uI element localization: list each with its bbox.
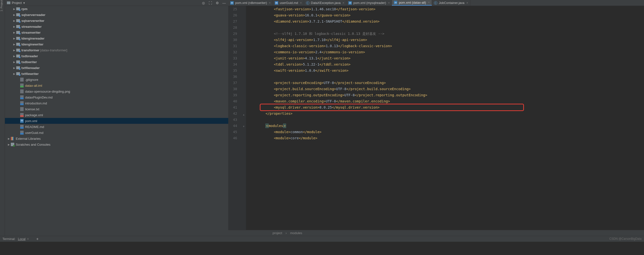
tree-file[interactable]: introduction.md [5,100,228,106]
tree-folder[interactable]: ▶tdenginereader [5,35,228,41]
gear-icon[interactable]: ⚙ [215,1,220,5]
close-icon[interactable]: × [27,237,29,241]
scratches-consoles[interactable]: ▶Scratches and Consoles [5,142,228,147]
minimize-icon[interactable]: — [222,1,226,5]
file-icon [20,89,24,93]
terminal-label[interactable]: Terminal: [2,237,16,241]
scratches-icon [11,143,14,146]
folder-icon [16,25,20,28]
tree-label: txtfilewriter [22,72,38,76]
tree-label: .gitignore [25,78,38,82]
tree-label: userGuid.md [25,131,43,135]
editor-tab[interactable]: mpom.xml (rdbmswriter)× [228,0,273,6]
left-rail-project-label[interactable]: 1: Project [0,0,3,13]
tree-file[interactable]: README.md [5,124,228,130]
tree-label: introduction.md [25,101,47,105]
tree-file[interactable]: dataxPluginDev.md [5,94,228,100]
maven-icon: m [230,1,234,5]
tree-file[interactable]: datax-opensource-dingding.png [5,88,228,94]
chevron-down-icon[interactable]: ▼ [23,1,25,4]
tree-label: license.txt [25,107,39,111]
tree-folder[interactable]: ▶tsdbwriter [5,59,228,65]
watermark: CSDN @CarsonBigData [609,237,642,241]
editor-tab[interactable]: muserGuid.md× [273,0,304,6]
close-icon[interactable]: × [388,1,390,5]
external-libraries[interactable]: ▶External Libraries [5,136,228,142]
tree-file[interactable]: datax-all.iml [5,82,228,88]
folder-icon [16,19,20,22]
tree-folder[interactable]: ▶sqlserverwriter [5,18,228,23]
tree-folder[interactable]: ▶sqlserverreader [5,12,228,18]
folder-icon [16,60,20,63]
file-icon [20,101,24,105]
library-icon [11,137,14,140]
close-icon[interactable]: × [300,1,302,5]
close-icon[interactable]: × [269,1,270,5]
tree-folder[interactable]: ▶rpm [5,6,228,12]
editor-tabs: mpom.xml (rdbmswriter)×muserGuid.md×CDat… [228,0,644,6]
editor-tab[interactable]: CJobContainer.java× [432,0,470,6]
file-icon [20,131,24,135]
folder-icon [16,31,20,34]
tree-label: package.xml [25,113,43,117]
gutter: 25 26 27 28 29 30 31 32 33 34 35 36 37 3… [228,6,242,230]
code-area[interactable]: <fastjson-version>1.1.46.sec10</fastjson… [246,6,644,230]
tree-file[interactable]: userGuid.md [5,130,228,136]
close-icon[interactable]: × [428,1,430,4]
tab-label: pom.xml (datax-all) [399,1,426,4]
folder-icon [16,72,20,75]
tree-folder[interactable]: ▶streamreader [5,23,228,29]
tree-label: README.md [25,125,44,129]
tree-file[interactable]: license.txt [5,106,228,112]
close-icon[interactable]: × [342,1,344,5]
tree-label: tsdbreader [22,54,38,58]
tree-folder[interactable]: ▶txtfilereader [5,65,228,71]
tree-label: sqlserverwriter [22,19,44,22]
folder-icon [16,54,20,57]
folder-icon [16,7,20,10]
tree-folder[interactable]: ▶streamwriter [5,29,228,35]
project-icon [7,1,10,4]
folder-icon [16,43,20,46]
tree-file[interactable]: package.xml [5,112,228,118]
add-terminal-icon[interactable]: + [36,237,38,241]
chevron-right-icon: › [286,231,286,235]
tree-label: Scratches and Consoles [16,143,50,146]
java-icon: C [434,1,437,5]
breadcrumb-item[interactable]: modules [290,231,302,235]
editor: 25 26 27 28 29 30 31 32 33 34 35 36 37 3… [228,6,644,230]
editor-tab[interactable]: mpom.xml (mysqlreader)× [346,0,392,6]
project-toolbar-label[interactable]: Project [12,1,22,5]
tab-label: JobContainer.java [439,1,464,5]
close-icon[interactable]: × [466,1,468,5]
fold-up-icon[interactable]: ▴ [243,113,244,116]
tree-label: pom.xml [25,119,37,123]
project-tree[interactable]: ▶rpm▶sqlserverreader▶sqlserverwriter▶str… [5,6,228,236]
terminal-tab-local[interactable]: Local [18,237,26,241]
tree-label: External Libraries [16,137,40,141]
tree-label: streamreader [22,25,42,28]
locate-icon[interactable]: ◎ [201,1,206,5]
editor-tab[interactable]: mpom.xml (datax-all)× [392,0,432,6]
maven-icon [20,119,24,123]
file-icon [20,107,24,111]
tree-file[interactable]: .gitignore [5,77,228,82]
breadcrumb-item[interactable]: project [272,231,282,235]
folder-icon [16,66,20,69]
project-toolbar: Project ▼ ◎ ⛶ ⚙ — [5,0,228,6]
tree-folder[interactable]: ▶tdenginewriter [5,41,228,47]
tree-folder[interactable]: ▶transformer [datax-transformer] [5,47,228,53]
tree-folder[interactable]: ▶txtfilewriter [5,71,228,77]
tree-label: streamwriter [22,31,40,34]
maven-icon: m [348,1,352,5]
tree-folder[interactable]: ▶tsdbreader [5,53,228,59]
java-icon: C [306,1,310,5]
expand-icon[interactable]: ⛶ [208,1,212,5]
file-icon [20,95,24,99]
fold-down-icon[interactable]: ▾ [243,125,244,128]
tab-label: pom.xml (rdbmswriter) [235,1,267,5]
editor-tab[interactable]: CDataXException.java× [304,0,346,6]
tree-file[interactable]: pom.xml [5,118,228,124]
md-icon: m [275,1,278,5]
tree-label: sqlserverreader [22,13,46,17]
